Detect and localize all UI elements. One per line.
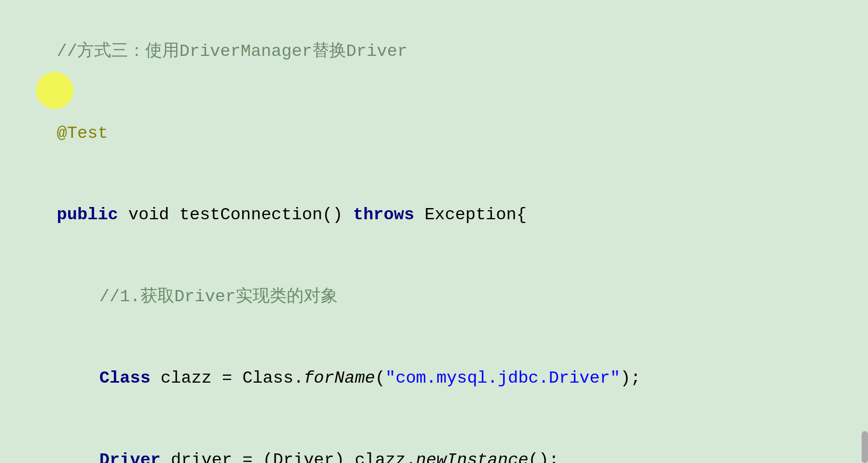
keyword-throws: throws bbox=[353, 205, 414, 225]
method-parens: () bbox=[322, 205, 353, 225]
driver-string: "com.mysql.jdbc.Driver" bbox=[386, 368, 621, 388]
title-comment-text: //方式三：使用DriverManager替换Driver bbox=[57, 42, 407, 61]
code-editor: //方式三：使用DriverManager替换Driver @Test publ… bbox=[0, 0, 868, 463]
forname-open: ( bbox=[375, 368, 385, 388]
forname-method: forName bbox=[304, 368, 375, 388]
method-name: testConnection bbox=[179, 205, 322, 225]
code-line-driver: Driver driver = (Driver) clazz.newInstan… bbox=[16, 419, 852, 463]
newinstance-method: newInstance bbox=[416, 450, 528, 463]
newinstance-parens: (); bbox=[528, 450, 559, 463]
code-line-class: Class clazz = Class.forName("com.mysql.j… bbox=[16, 337, 852, 419]
keyword-driver: Driver bbox=[99, 450, 161, 463]
code-line-comment-title: //方式三：使用DriverManager替换Driver bbox=[16, 11, 852, 93]
forname-close: ); bbox=[620, 368, 640, 388]
class-assign: clazz = Class. bbox=[151, 368, 304, 388]
keyword-public: public bbox=[57, 205, 118, 225]
void-text: void bbox=[118, 205, 179, 225]
code-line-comment1: //1.获取Driver实现类的对象 bbox=[16, 256, 852, 338]
driver-assign: driver = (Driver) clazz. bbox=[161, 450, 416, 463]
keyword-class: Class bbox=[99, 368, 151, 388]
code-line-method-sig: public void testConnection() throws Exce… bbox=[16, 174, 852, 256]
scrollbar[interactable] bbox=[862, 431, 868, 463]
code-line-annotation: @Test bbox=[16, 93, 852, 175]
exception-text: Exception{ bbox=[414, 205, 527, 225]
annotation-text: @Test bbox=[57, 123, 108, 143]
comment1-text: //1.获取Driver实现类的对象 bbox=[99, 287, 338, 307]
